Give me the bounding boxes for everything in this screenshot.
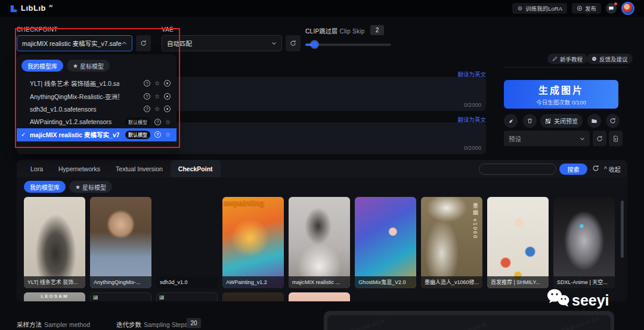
dropdown-tab-starred[interactable]: ★ 星标模型: [67, 60, 110, 72]
seeyi-watermark: seeyi: [546, 288, 609, 308]
tab-lora[interactable]: Lora: [23, 160, 51, 177]
default-model-badge: 默认模型: [125, 131, 150, 139]
divider: [504, 67, 628, 67]
model-card[interactable]: [289, 292, 350, 301]
logo-text: LıbLıb: [21, 4, 46, 13]
question-icon[interactable]: ?: [144, 106, 150, 112]
star-icon[interactable]: ☆: [154, 93, 160, 100]
chevron-up-icon: [122, 41, 127, 46]
collapse-button[interactable]: ^ 收起: [604, 165, 621, 174]
model-option[interactable]: YLT| 线条艺术 装饰插画_v1.0.safetensors ? ☆: [17, 77, 177, 90]
tab-textual-inversion[interactable]: Textual Inversion: [108, 160, 171, 177]
target-icon[interactable]: [164, 80, 171, 87]
target-icon[interactable]: [164, 93, 171, 100]
model-card[interactable]: sdh3d_v1.0: [156, 197, 218, 288]
clip-skip-label: CLIP跳过层 Clip Skip: [305, 26, 365, 35]
checkpoint-select[interactable]: majicMIX realistic 麦橘写实_v7.safetensors: [17, 35, 132, 51]
model-library-panel: Lora Hypernetworks Textual Inversion Che…: [17, 160, 627, 301]
model-option[interactable]: AnythingQingMix-Realistic-亚洲男性影... ? ☆: [17, 90, 177, 103]
refresh-output-button[interactable]: [606, 114, 620, 128]
model-card[interactable]: [156, 292, 218, 301]
model-card[interactable]: LEOSAM: [24, 292, 85, 301]
model-card[interactable]: [90, 292, 151, 301]
model-card[interactable]: AnythingQingMix-...: [90, 197, 151, 288]
clip-skip-value: 2: [370, 25, 384, 35]
star-icon[interactable]: ☆: [154, 80, 160, 87]
tab-hypernetworks[interactable]: Hypernetworks: [51, 160, 108, 177]
close-preview-button[interactable]: 关闭预览: [540, 114, 583, 128]
plus-circle-icon: [577, 5, 583, 11]
caret-up-icon: ^: [604, 166, 607, 172]
train-lora-button[interactable]: 训练我的LoRA: [512, 3, 567, 14]
top-navbar: LıbLıb AI 训练我的LoRA 发布: [0, 0, 644, 17]
preset-select[interactable]: 预设: [504, 131, 590, 146]
tab-checkpoint[interactable]: CheckPoint: [171, 160, 221, 177]
star-icon[interactable]: ☆: [165, 119, 171, 125]
refresh-icon: [596, 135, 603, 142]
dropdown-tab-my-models[interactable]: 我的模型库: [21, 60, 63, 72]
model-option[interactable]: sdh3d_v1.0.safetensors ? ☆: [17, 103, 177, 116]
chevron-down-icon: [580, 136, 585, 141]
search-input[interactable]: [479, 164, 556, 175]
liblib-logo[interactable]: LıbLıb AI: [10, 4, 52, 13]
sampler-method-label: 采样方法 Sampler method: [17, 320, 90, 329]
generate-button[interactable]: 生成图片 今日生图次数 0/100: [504, 80, 618, 109]
trash-icon: [527, 118, 533, 124]
clear-button[interactable]: [523, 114, 537, 128]
preset-refresh-button[interactable]: [593, 131, 606, 146]
model-option[interactable]: AWPainting_v1.2.safetensors 默认模型 ? ☆: [17, 116, 177, 129]
scrollbar-thumb[interactable]: [621, 201, 624, 258]
card-overlay-text: 墨幽 v1060: [472, 203, 479, 239]
question-icon[interactable]: ?: [154, 131, 161, 138]
vae-select[interactable]: 自动匹配: [162, 35, 282, 51]
model-card[interactable]: 墨幽 v1060 墨幽人造人_v1060修...: [421, 197, 482, 288]
star-icon: ★: [73, 63, 78, 69]
model-card[interactable]: 首发推荐 | SHMILY...: [487, 197, 549, 288]
model-option-selected[interactable]: ✓ majicMIX realistic 麦橘写实_v7.safeten... …: [17, 128, 177, 141]
model-card[interactable]: YLT| 线条艺术 装饰...: [24, 197, 85, 288]
logo-superscript: AI: [49, 4, 52, 8]
question-icon[interactable]: ?: [144, 93, 150, 100]
clip-skip-slider[interactable]: [305, 44, 391, 46]
user-avatar[interactable]: [621, 2, 634, 15]
publish-button[interactable]: 发布: [572, 3, 601, 14]
library-refresh-button[interactable]: [592, 165, 599, 172]
grid-icon: [545, 118, 551, 124]
folder-button[interactable]: [587, 114, 601, 128]
filter-my-models[interactable]: 我的模型库: [24, 181, 66, 193]
folder-icon: [591, 118, 597, 124]
check-icon: ✓: [21, 131, 26, 138]
notification-dot: [614, 2, 617, 5]
slider-thumb[interactable]: [311, 41, 318, 48]
card-overlay-text: awpainting: [224, 198, 264, 207]
vae-label: VAE: [162, 26, 174, 33]
star-icon[interactable]: ☆: [165, 131, 171, 138]
star-icon[interactable]: ☆: [154, 106, 160, 112]
model-card[interactable]: [222, 292, 284, 301]
draw-button[interactable]: [504, 114, 518, 128]
messages-button[interactable]: [606, 3, 617, 14]
target-icon[interactable]: [164, 106, 171, 112]
refresh-icon: [609, 118, 616, 124]
filter-starred[interactable]: ★ 星标模型: [69, 181, 112, 193]
default-model-badge: 默认模型: [125, 118, 150, 126]
model-card[interactable]: awpainting AWPainting_v1.2: [222, 197, 284, 288]
preview-panel: 内容由Liblib AI生成 内容由Liblib AI生成 内容由Liblib …: [324, 311, 614, 330]
sampling-steps-label: 迭代步数 Sampling Steps ?: [116, 320, 197, 329]
vae-refresh-button[interactable]: [286, 35, 301, 51]
checkpoint-refresh-button[interactable]: [136, 35, 151, 51]
search-button[interactable]: 搜索: [559, 164, 587, 175]
model-card[interactable]: SDXL-Anime | 天空...: [553, 197, 615, 288]
char-counter: 0/2000: [464, 101, 481, 108]
chevron-down-icon: [271, 41, 277, 46]
model-card[interactable]: GhostMix鬼混_V2.0: [355, 197, 416, 288]
refresh-icon: [140, 40, 147, 47]
tutorial-button[interactable]: 新手教程: [547, 54, 587, 64]
question-icon[interactable]: ?: [154, 119, 161, 125]
feedback-bubble-icon: [592, 56, 597, 61]
preset-save-button[interactable]: [609, 131, 623, 146]
model-card[interactable]: majicMIX realistic ...: [289, 197, 350, 288]
question-icon[interactable]: ?: [144, 80, 150, 87]
feedback-button[interactable]: 反馈及建议: [587, 54, 633, 64]
liblib-app: LıbLıb AI 训练我的LoRA 发布 CHECKPOINT majicMI…: [0, 0, 644, 330]
